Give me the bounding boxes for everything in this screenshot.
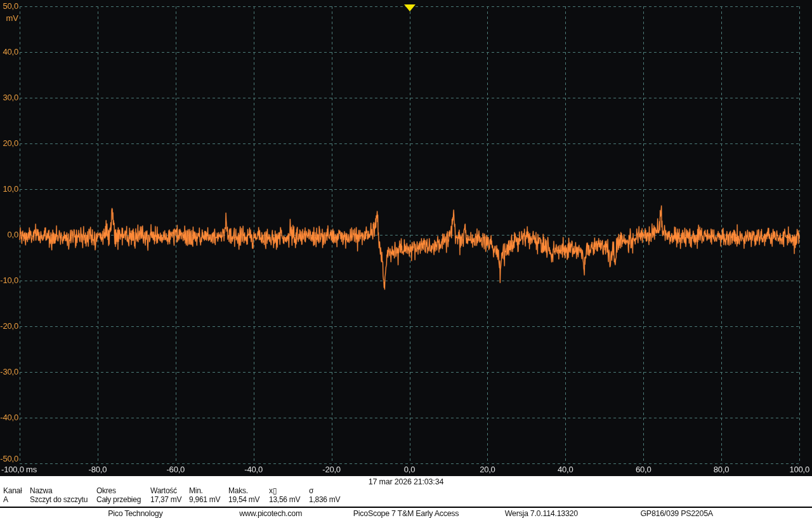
x-tick-label: 100,0 xyxy=(789,465,809,474)
x-tick-label: 60,0 xyxy=(636,465,652,474)
x-tick-label: -100,0 ms xyxy=(1,465,37,474)
y-tick-label: -50,0 xyxy=(0,455,18,463)
y-tick-label: -40,0 xyxy=(0,413,18,422)
y-tick-label: 10,0 xyxy=(0,185,18,194)
status-app-name: PicoScope 7 T&M Early Access xyxy=(353,509,459,518)
status-version: Wersja 7.0.114.13320 xyxy=(505,509,578,518)
oscilloscope-display: 50,040,030,020,010,00,0-10,0-20,0-30,0-4… xyxy=(0,0,812,476)
meas-cell-mean: 13,56 mV xyxy=(269,495,309,504)
channel-a-trace xyxy=(0,0,812,476)
meas-header-channel: Kanał xyxy=(3,486,30,495)
meas-cell-value: 17,37 mV xyxy=(150,495,189,504)
meas-cell-min: 9,961 mV xyxy=(189,495,228,504)
status-company: Pico Technology xyxy=(108,509,162,518)
x-tick-label: -40,0 xyxy=(244,465,263,474)
measurements-table[interactable]: Kanał Nazwa Okres Wartość Min. Maks. x▯ … xyxy=(3,486,366,504)
x-tick-label: -60,0 xyxy=(166,465,185,474)
x-tick-label: 0,0 xyxy=(404,465,415,474)
meas-cell-name: Szczyt do szczytu xyxy=(30,495,96,504)
meas-header-name: Nazwa xyxy=(30,486,96,495)
x-tick-label: 40,0 xyxy=(558,465,573,474)
meas-cell-channel: A xyxy=(3,495,30,504)
status-website[interactable]: www.picotech.com xyxy=(239,509,302,518)
capture-timestamp: 17 mar 2026 21:03:34 xyxy=(0,477,812,486)
y-tick-label: 40,0 xyxy=(0,48,18,56)
y-tick-label: -20,0 xyxy=(0,322,18,331)
meas-cell-span: Cały przebieg xyxy=(96,495,150,504)
meas-header-min: Min. xyxy=(189,486,228,495)
status-bar: Pico Technology www.picotech.com PicoSco… xyxy=(0,507,812,518)
y-tick-label: 20,0 xyxy=(0,139,18,148)
meas-cell-sigma: 1,836 mV xyxy=(309,495,366,504)
trigger-marker[interactable] xyxy=(404,4,416,11)
x-tick-label: -80,0 xyxy=(89,465,107,474)
x-tick-label: 20,0 xyxy=(480,465,495,474)
info-panel: 17 mar 2026 21:03:34 Kanał Nazwa Okres W… xyxy=(0,476,812,518)
meas-cell-max: 19,54 mV xyxy=(228,495,269,504)
x-tick-label: 80,0 xyxy=(714,465,730,474)
status-device: GP816/039 PS2205A xyxy=(640,509,712,518)
meas-header-value: Wartość xyxy=(150,486,189,495)
x-tick-label: -20,0 xyxy=(322,465,341,474)
y-tick-label: -10,0 xyxy=(0,276,18,285)
meas-header-max: Maks. xyxy=(228,486,269,495)
y-tick-label: 0,0 xyxy=(0,230,18,239)
y-axis-unit-label: mV xyxy=(0,13,18,23)
meas-header-mean: x▯ xyxy=(269,486,309,495)
meas-header-span: Okres xyxy=(96,486,150,495)
y-tick-label: 30,0 xyxy=(0,93,18,102)
y-tick-label: 50,0 xyxy=(0,2,18,11)
meas-header-sigma: σ xyxy=(309,486,366,495)
y-tick-label: -30,0 xyxy=(0,368,18,376)
